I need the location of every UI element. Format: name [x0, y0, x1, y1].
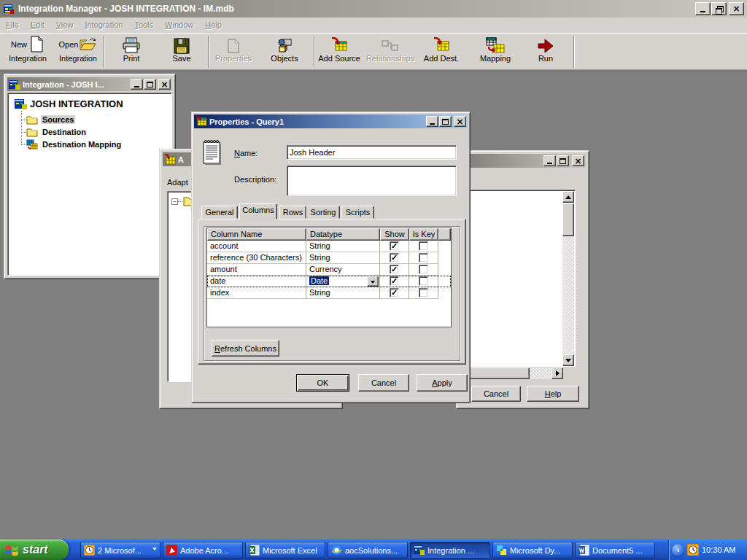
close-button[interactable]: ×	[454, 116, 466, 127]
dialog-titlebar: Properties - Query1 ×	[194, 114, 468, 128]
help-button[interactable]: Help	[527, 386, 579, 402]
vertical-scrollbar[interactable]	[562, 191, 574, 366]
iskey-checkbox[interactable]	[419, 288, 428, 298]
restore-button[interactable]	[711, 2, 727, 15]
tree-item-destination[interactable]: Destination	[26, 126, 88, 138]
task-acrobat[interactable]: Adobe Acro...	[163, 542, 243, 559]
menu-window[interactable]: Window	[159, 18, 199, 33]
tab-columns[interactable]: Columns	[239, 203, 277, 219]
close-button[interactable]: ×	[572, 155, 584, 166]
task-dynamics[interactable]: Microsoft Dy...	[492, 542, 573, 559]
scroll-right-button[interactable]	[551, 368, 563, 379]
grid-row[interactable]: index String ✓	[207, 287, 451, 299]
tab-sorting[interactable]: Sorting	[306, 206, 340, 219]
name-label: Name:	[234, 149, 258, 158]
folder-icon	[26, 128, 38, 137]
objects-button[interactable]: Objects	[261, 35, 308, 69]
iskey-checkbox[interactable]	[419, 241, 428, 251]
iskey-checkbox[interactable]	[419, 265, 428, 274]
menu-view[interactable]: View	[50, 18, 80, 33]
start-button[interactable]: start	[0, 540, 69, 560]
adapter-window-icon	[164, 154, 176, 165]
minimize-button[interactable]	[695, 2, 711, 15]
menu-edit[interactable]: Edit	[25, 18, 50, 33]
print-button[interactable]: Print	[108, 35, 155, 69]
columns-grid: Column Name Datatype Show Is Key account…	[206, 228, 452, 327]
task-ie[interactable]: aocSolutions...	[328, 542, 408, 559]
new-document-icon	[28, 36, 44, 53]
add-dest-button[interactable]: Add Dest.	[417, 35, 465, 69]
close-button[interactable]: ×	[729, 2, 744, 15]
scroll-down-button[interactable]	[562, 354, 574, 366]
cancel-button[interactable]: Cancel	[358, 374, 409, 392]
grid-header-datatype[interactable]: Datatype	[306, 228, 380, 241]
maximize-button[interactable]	[439, 116, 452, 127]
scroll-up-button[interactable]	[562, 191, 574, 203]
taskbar: start 2 Microsof... Adobe Acro... Micros…	[0, 540, 747, 560]
show-checkbox[interactable]: ✓	[390, 253, 399, 262]
tray-collapse-chevron[interactable]: ‹	[672, 544, 684, 556]
list-window-titlebar: ×	[460, 154, 586, 168]
tree-item-destination-mapping[interactable]: Destination Mapping	[26, 139, 123, 150]
iskey-checkbox[interactable]	[419, 253, 428, 262]
tray-clock: 10:30 AM	[702, 545, 735, 554]
scroll-thumb[interactable]	[562, 203, 574, 236]
tab-general[interactable]: General	[201, 206, 238, 219]
tree-root[interactable]: JOSH INTEGRATION	[15, 98, 123, 109]
mapping-button[interactable]: Mapping	[471, 35, 520, 69]
grid-header-stub	[438, 228, 451, 241]
refresh-columns-button[interactable]: Refresh Columns	[212, 340, 279, 357]
task-integration[interactable]: Integration ...	[410, 542, 490, 559]
print-icon	[122, 36, 141, 54]
collapse-icon[interactable]: −	[171, 198, 178, 205]
maximize-button[interactable]	[557, 155, 569, 166]
minimize-button[interactable]	[131, 79, 143, 90]
adapters-label: Adapt	[167, 178, 188, 187]
menu-integration[interactable]: Integration	[79, 18, 128, 33]
word-icon	[578, 545, 589, 556]
menu-bar: File Edit View Integration Tools Window …	[0, 18, 747, 34]
grid-header-iskey[interactable]: Is Key	[409, 228, 438, 241]
close-button[interactable]: ×	[158, 79, 171, 90]
grid-header-column-name[interactable]: Column Name	[207, 228, 306, 241]
integration-root-icon	[15, 98, 27, 109]
mapping-icon	[486, 36, 505, 54]
scroll-thumb[interactable]	[462, 368, 530, 379]
tree-item-sources[interactable]: Sources	[26, 114, 75, 125]
grid-row[interactable]: account String ✓	[207, 241, 451, 252]
show-checkbox[interactable]: ✓	[390, 288, 399, 298]
cancel-button[interactable]: Cancel	[471, 386, 521, 402]
ok-button[interactable]: OK	[296, 374, 349, 392]
task-outlook[interactable]: 2 Microsof...	[80, 542, 160, 559]
grid-header-show[interactable]: Show	[380, 228, 409, 241]
tab-scripts[interactable]: Scripts	[341, 206, 374, 219]
menu-file[interactable]: File	[0, 18, 25, 33]
integration-window-title: Integration - JOSH I...	[23, 80, 104, 89]
show-checkbox[interactable]: ✓	[390, 265, 399, 274]
menu-tools[interactable]: Tools	[128, 18, 159, 33]
description-input[interactable]	[287, 166, 457, 196]
minimize-button[interactable]	[543, 155, 556, 166]
show-checkbox[interactable]: ✓	[390, 241, 399, 251]
list-window-body: Cancel Help	[460, 169, 586, 405]
add-source-button[interactable]: Add Source	[315, 35, 363, 69]
horizontal-scrollbar[interactable]	[462, 368, 563, 379]
properties-dialog: Properties - Query1 × Name: Description:…	[191, 112, 471, 403]
name-input[interactable]	[287, 145, 457, 160]
tab-rows[interactable]: Rows	[279, 206, 306, 219]
save-button[interactable]: Save	[158, 35, 205, 69]
main-title: Integration Manager - JOSH INTEGRATION -…	[18, 4, 234, 14]
apply-button[interactable]: Apply	[417, 374, 468, 392]
grid-row[interactable]: amount Currency ✓	[207, 264, 451, 276]
menu-help[interactable]: Help	[199, 18, 228, 33]
run-button[interactable]: Run	[522, 35, 569, 69]
open-integration-button[interactable]: Open Integration	[54, 35, 102, 69]
new-integration-button[interactable]: New Integration	[3, 35, 53, 69]
mdi-client-area: Integration - JOSH I... × JOSH INTEGRATI…	[0, 71, 747, 540]
task-excel[interactable]: Microsoft Excel	[245, 542, 325, 559]
minimize-button[interactable]	[426, 116, 438, 127]
grid-row-editing[interactable]: date Date ✓	[207, 276, 451, 287]
grid-row[interactable]: reference (30 Characters) String ✓	[207, 252, 451, 264]
task-word[interactable]: Document5 ...	[575, 542, 655, 559]
maximize-button[interactable]	[144, 79, 156, 90]
